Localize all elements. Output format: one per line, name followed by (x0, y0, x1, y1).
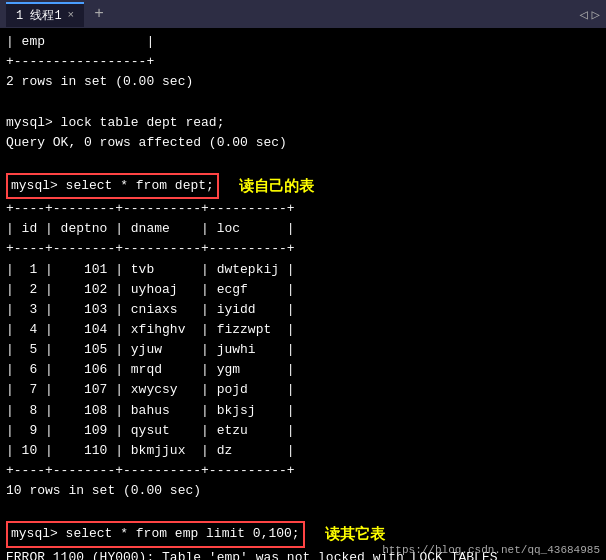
line-row2: | 2 | 102 | uyhoaj | ecgf | (6, 280, 600, 300)
line-row1: | 1 | 101 | tvb | dwtepkij | (6, 260, 600, 280)
tab-close-button[interactable]: × (68, 9, 75, 21)
line-sep2: +----+--------+----------+----------+ (6, 239, 600, 259)
line-10rows: 10 rows in set (0.00 sec) (6, 481, 600, 501)
line-row10: | 10 | 110 | bkmjjux | dz | (6, 441, 600, 461)
line-select-dept: mysql> select * from dept; (6, 173, 219, 199)
line-lock: mysql> lock table dept read; (6, 113, 600, 133)
select-dept-row: mysql> select * from dept; 读自己的表 (6, 173, 600, 199)
line-row7: | 7 | 107 | xwycsy | pojd | (6, 380, 600, 400)
line-row4: | 4 | 104 | xfihghv | fizzwpt | (6, 320, 600, 340)
line-row3: | 3 | 103 | cniaxs | iyidd | (6, 300, 600, 320)
line-1: | emp | (6, 32, 600, 52)
line-blank1 (6, 92, 600, 112)
terminal-content: | emp | +-----------------+ 2 rows in se… (6, 32, 600, 560)
line-2: +-----------------+ (6, 52, 600, 72)
nav-right-icon[interactable]: ▷ (592, 6, 600, 23)
tab-label: 1 线程1 (16, 7, 62, 24)
line-select-emp: mysql> select * from emp limit 0,100; (6, 521, 305, 547)
annotation-own-table: 读自己的表 (239, 177, 314, 196)
line-blank3 (6, 501, 600, 521)
footer-url: https://blog.csdn.net/qq_43684985 (382, 544, 600, 556)
nav-arrows: ◁ ▷ (579, 6, 600, 23)
line-row9: | 9 | 109 | qysut | etzu | (6, 421, 600, 441)
annotation-other-table: 读其它表 (325, 525, 385, 544)
nav-left-icon[interactable]: ◁ (579, 6, 587, 23)
line-blank2 (6, 153, 600, 173)
tab-add-button[interactable]: + (88, 5, 110, 23)
terminal: | emp | +-----------------+ 2 rows in se… (0, 28, 606, 560)
line-row8: | 8 | 108 | bahus | bkjsj | (6, 401, 600, 421)
line-3: 2 rows in set (0.00 sec) (6, 72, 600, 92)
line-sep3: +----+--------+----------+----------+ (6, 461, 600, 481)
line-row5: | 5 | 105 | yjuw | juwhi | (6, 340, 600, 360)
main-window: 1 线程1 × + ◁ ▷ | emp | +-----------------… (0, 0, 606, 560)
line-query-ok: Query OK, 0 rows affected (0.00 sec) (6, 133, 600, 153)
title-bar: 1 线程1 × + ◁ ▷ (0, 0, 606, 28)
line-row6: | 6 | 106 | mrqd | ygm | (6, 360, 600, 380)
line-sep1: +----+--------+----------+----------+ (6, 199, 600, 219)
tab-active[interactable]: 1 线程1 × (6, 2, 84, 27)
line-header: | id | deptno | dname | loc | (6, 219, 600, 239)
